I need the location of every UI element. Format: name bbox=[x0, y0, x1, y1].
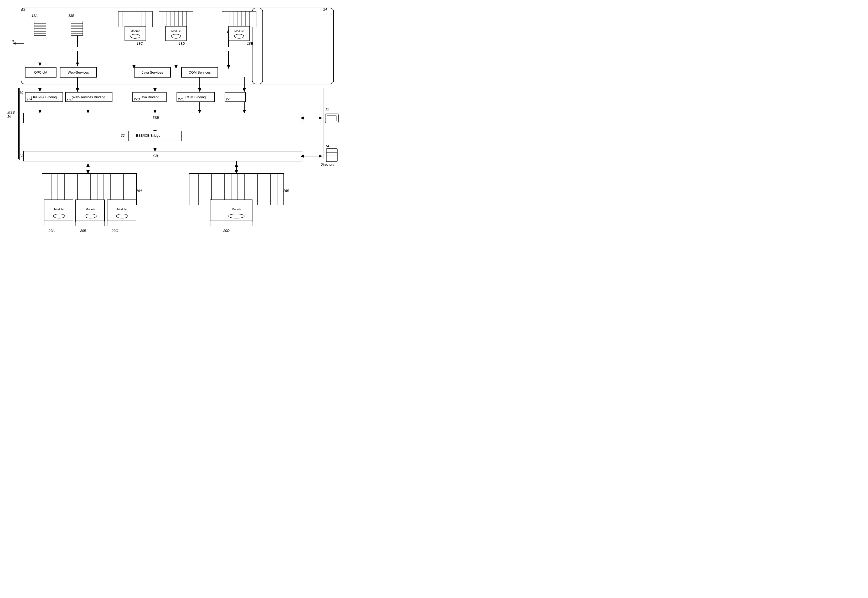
svg-marker-20 bbox=[227, 65, 230, 69]
msb-ref: 16 bbox=[7, 114, 11, 118]
svg-text:Module: Module bbox=[171, 30, 181, 33]
ref-10-arrow bbox=[12, 39, 28, 47]
ref-27a: 27A bbox=[26, 97, 32, 101]
ref-22: 22 bbox=[22, 7, 25, 11]
svg-rect-121 bbox=[159, 11, 193, 27]
svg-rect-109 bbox=[71, 31, 83, 34]
svg-marker-26 bbox=[76, 88, 79, 92]
svg-rect-101 bbox=[34, 26, 46, 28]
svg-rect-103 bbox=[34, 31, 46, 34]
module-20d-label: Module bbox=[223, 208, 249, 211]
svg-point-150 bbox=[85, 214, 96, 218]
svg-point-152 bbox=[228, 214, 244, 218]
svg-rect-1 bbox=[252, 8, 334, 84]
ref-27e: 27E bbox=[178, 97, 184, 101]
svg-rect-102 bbox=[34, 29, 46, 31]
svg-marker-38 bbox=[154, 110, 157, 114]
svg-marker-4 bbox=[38, 63, 42, 66]
ref-12: 12 bbox=[325, 107, 329, 111]
web-services-box: Web-Services bbox=[60, 67, 97, 78]
svg-marker-46 bbox=[300, 117, 304, 120]
svg-rect-106 bbox=[71, 24, 83, 26]
svg-marker-57 bbox=[87, 170, 89, 174]
svg-marker-45 bbox=[319, 117, 322, 120]
ref-20d: 20D bbox=[223, 229, 230, 233]
svg-point-120 bbox=[131, 34, 140, 38]
svg-marker-42 bbox=[243, 110, 246, 114]
svg-marker-28 bbox=[154, 88, 157, 92]
ref-20a: 20A bbox=[49, 229, 55, 233]
ref-18a: 18A bbox=[31, 13, 37, 18]
device-14 bbox=[323, 146, 340, 164]
svg-rect-43 bbox=[24, 113, 302, 123]
ref-20b: 20B bbox=[80, 229, 86, 233]
svg-rect-62 bbox=[42, 173, 137, 205]
svg-marker-36 bbox=[87, 110, 89, 114]
svg-marker-58 bbox=[87, 163, 89, 167]
server-18a bbox=[31, 16, 50, 40]
svg-rect-95 bbox=[107, 221, 136, 226]
ref-27f: 27F bbox=[226, 97, 231, 101]
svg-marker-55 bbox=[300, 155, 304, 158]
svg-rect-91 bbox=[44, 221, 73, 226]
svg-rect-100 bbox=[34, 24, 46, 26]
ref-20c: 20C bbox=[112, 229, 118, 233]
svg-rect-145 bbox=[326, 148, 337, 161]
svg-rect-2 bbox=[18, 88, 323, 159]
java-services-box: Java Services bbox=[134, 67, 171, 78]
svg-rect-96 bbox=[210, 200, 252, 222]
svg-rect-92 bbox=[76, 200, 104, 222]
svg-rect-94 bbox=[107, 200, 136, 222]
ref-18b: 18B bbox=[68, 13, 75, 18]
svg-marker-61 bbox=[235, 163, 238, 167]
svg-rect-99 bbox=[34, 21, 46, 23]
svg-rect-90 bbox=[44, 200, 73, 222]
svg-rect-107 bbox=[71, 26, 83, 28]
svg-rect-97 bbox=[210, 221, 252, 226]
esb-label: ESB bbox=[152, 116, 159, 120]
svg-marker-51 bbox=[154, 148, 157, 152]
ref-27b: 27B bbox=[66, 97, 73, 101]
svg-rect-52 bbox=[24, 151, 302, 161]
svg-marker-34 bbox=[38, 110, 42, 114]
esb-icb-bridge-label: ESB/ICB Bridge bbox=[136, 133, 161, 138]
svg-rect-105 bbox=[71, 21, 83, 23]
ref-18d: 18D bbox=[179, 42, 185, 45]
module-20b-label: Module bbox=[80, 208, 101, 211]
svg-point-131 bbox=[171, 34, 181, 38]
svg-text:Module: Module bbox=[234, 30, 244, 33]
module-18d: Module bbox=[158, 10, 194, 45]
module-20c-label: Module bbox=[112, 208, 132, 211]
server-18b bbox=[68, 16, 87, 40]
svg-marker-24 bbox=[38, 88, 42, 92]
svg-marker-8 bbox=[76, 63, 79, 66]
svg-marker-60 bbox=[235, 170, 238, 174]
module-20a-label: Module bbox=[49, 208, 69, 211]
main-diagram: 10 22 24 18A 18B bbox=[0, 0, 347, 239]
msb-label: MSB bbox=[7, 111, 15, 114]
svg-marker-30 bbox=[198, 88, 201, 92]
svg-marker-40 bbox=[198, 110, 201, 114]
svg-point-149 bbox=[53, 214, 65, 218]
svg-text:Module: Module bbox=[131, 30, 140, 33]
ref-18c: 18C bbox=[137, 42, 143, 45]
svg-rect-93 bbox=[76, 221, 104, 226]
ref-27d: 27D bbox=[134, 97, 140, 101]
svg-rect-144 bbox=[327, 116, 336, 121]
svg-rect-76 bbox=[189, 173, 284, 205]
ref-32: 32 bbox=[121, 133, 125, 138]
svg-marker-32 bbox=[243, 88, 246, 92]
svg-rect-108 bbox=[71, 29, 83, 31]
com-services-box: COM Services bbox=[181, 67, 218, 78]
msb-bracket bbox=[15, 88, 21, 160]
svg-marker-157 bbox=[13, 42, 15, 45]
ref-26b: 26B bbox=[283, 189, 289, 193]
svg-marker-16 bbox=[174, 65, 177, 69]
svg-point-142 bbox=[234, 34, 244, 38]
ref-18e: 18E bbox=[247, 42, 253, 45]
svg-marker-54 bbox=[319, 155, 322, 158]
svg-rect-132 bbox=[222, 11, 256, 27]
device-12 bbox=[323, 109, 340, 127]
module-18c: Module bbox=[117, 10, 154, 45]
directory-label: Directory bbox=[321, 163, 334, 166]
